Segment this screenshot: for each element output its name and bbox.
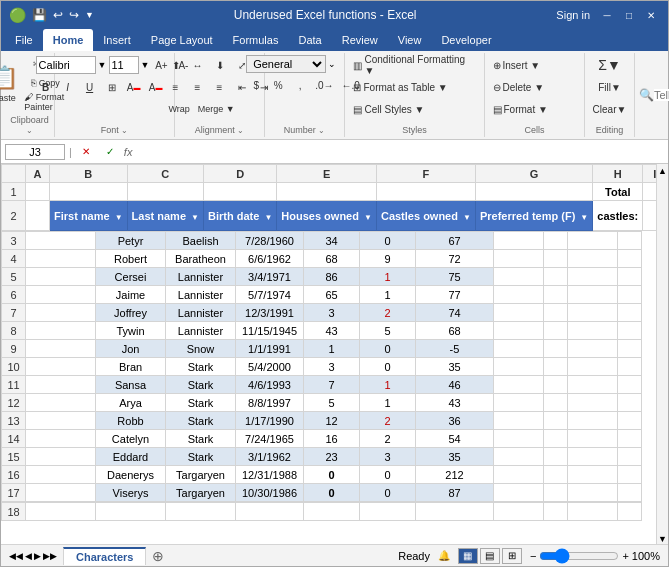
cell-birth-date-15[interactable]: 3/1/1962 (236, 448, 304, 466)
cell-last-name-12[interactable]: Stark (166, 394, 236, 412)
cell-a13[interactable] (26, 412, 96, 430)
cell-j14[interactable] (568, 430, 618, 448)
paste-button[interactable]: 📋 Paste (0, 55, 19, 113)
scroll-right-button[interactable]: ▶ (34, 551, 41, 561)
cell-j17[interactable] (568, 484, 618, 502)
cell-k18[interactable] (618, 503, 642, 521)
cell-temp-13[interactable]: 36 (416, 412, 494, 430)
autosum-button[interactable]: Σ▼ (595, 55, 624, 75)
cell-k11[interactable] (618, 376, 642, 394)
cell-b1[interactable] (50, 183, 128, 201)
cell-k14[interactable] (618, 430, 642, 448)
cell-temp-3[interactable]: 67 (416, 232, 494, 250)
cell-houses-11[interactable]: 7 (304, 376, 360, 394)
cell-birth-date-9[interactable]: 1/1/1991 (236, 340, 304, 358)
cell-i6[interactable] (544, 286, 568, 304)
cell-first-name-10[interactable]: Bran (96, 358, 166, 376)
col-header-g[interactable]: G (475, 165, 592, 183)
insert-cells-button[interactable]: ⊕Insert ▼ (490, 55, 580, 75)
cell-last-name-8[interactable]: Lannister (166, 322, 236, 340)
cell-i10[interactable] (544, 358, 568, 376)
cell-castles-13[interactable]: 2 (360, 412, 416, 430)
cell-e1[interactable] (277, 183, 377, 201)
cell-last-name-7[interactable]: Lannister (166, 304, 236, 322)
cell-castles-14[interactable]: 2 (360, 430, 416, 448)
minimize-button[interactable]: ─ (598, 6, 616, 24)
cell-a18[interactable] (26, 503, 96, 521)
cell-j6[interactable] (568, 286, 618, 304)
cell-last-name-9[interactable]: Snow (166, 340, 236, 358)
cell-a16[interactable] (26, 466, 96, 484)
page-layout-view-button[interactable]: ▤ (480, 548, 500, 564)
tab-file[interactable]: File (5, 29, 43, 51)
cell-houses-3[interactable]: 34 (304, 232, 360, 250)
cell-first-name-11[interactable]: Sansa (96, 376, 166, 394)
cell-b18[interactable] (96, 503, 166, 521)
cell-first-name-17[interactable]: Viserys (96, 484, 166, 502)
col-header-f[interactable]: F (376, 165, 475, 183)
cell-j11[interactable] (568, 376, 618, 394)
header-last-name[interactable]: Last name ▼ (127, 201, 203, 231)
align-right-button[interactable]: ≡ (210, 77, 230, 97)
cell-birth-date-12[interactable]: 8/8/1997 (236, 394, 304, 412)
cell-e18[interactable] (304, 503, 360, 521)
cell-temp-11[interactable]: 46 (416, 376, 494, 394)
cell-j8[interactable] (568, 322, 618, 340)
cell-f1[interactable] (376, 183, 475, 201)
col-header-h[interactable]: H (593, 165, 643, 183)
tab-home[interactable]: Home (43, 29, 94, 51)
conditional-formatting-button[interactable]: ▥ Conditional Formatting ▼ (350, 55, 480, 75)
cell-temp-12[interactable]: 43 (416, 394, 494, 412)
cell-birth-date-14[interactable]: 7/24/1965 (236, 430, 304, 448)
col-header-c[interactable]: C (127, 165, 203, 183)
sheet-scroll-area[interactable]: A B C D E F G H I J K (1, 164, 656, 544)
scroll-right-sheet-button[interactable]: ▶▶ (43, 551, 57, 561)
cell-i4[interactable] (544, 250, 568, 268)
cell-birth-date-13[interactable]: 1/17/1990 (236, 412, 304, 430)
cell-temp-15[interactable]: 35 (416, 448, 494, 466)
cell-k5[interactable] (618, 268, 642, 286)
cell-j16[interactable] (568, 466, 618, 484)
col-header-d[interactable]: D (204, 165, 277, 183)
cell-castles-7[interactable]: 2 (360, 304, 416, 322)
cell-a10[interactable] (26, 358, 96, 376)
cell-k15[interactable] (618, 448, 642, 466)
cell-temp-16[interactable]: 212 (416, 466, 494, 484)
cell-first-name-3[interactable]: Petyr (96, 232, 166, 250)
cell-houses-5[interactable]: 86 (304, 268, 360, 286)
cell-castles-8[interactable]: 5 (360, 322, 416, 340)
cell-k16[interactable] (618, 466, 642, 484)
cell-h2[interactable]: castles: (593, 201, 643, 231)
page-break-view-button[interactable]: ⊞ (502, 548, 522, 564)
cell-i9[interactable] (544, 340, 568, 358)
cell-houses-6[interactable]: 65 (304, 286, 360, 304)
cell-last-name-11[interactable]: Stark (166, 376, 236, 394)
cell-castles-4[interactable]: 9 (360, 250, 416, 268)
cell-j13[interactable] (568, 412, 618, 430)
cell-k12[interactable] (618, 394, 642, 412)
cell-a7[interactable] (26, 304, 96, 322)
clear-button[interactable]: Clear▼ (590, 99, 630, 119)
cell-k4[interactable] (618, 250, 642, 268)
col-header-a[interactable]: A (26, 165, 50, 183)
cell-g18[interactable] (416, 503, 494, 521)
cell-g1[interactable] (475, 183, 592, 201)
cell-houses-8[interactable]: 43 (304, 322, 360, 340)
cell-birth-date-5[interactable]: 3/4/1971 (236, 268, 304, 286)
cell-first-name-13[interactable]: Robb (96, 412, 166, 430)
cell-first-name-12[interactable]: Arya (96, 394, 166, 412)
cell-a9[interactable] (26, 340, 96, 358)
cell-castles-15[interactable]: 3 (360, 448, 416, 466)
cell-houses-15[interactable]: 23 (304, 448, 360, 466)
cell-k8[interactable] (618, 322, 642, 340)
cell-j5[interactable] (568, 268, 618, 286)
cell-h5[interactable] (494, 268, 544, 286)
cell-k7[interactable] (618, 304, 642, 322)
cell-j12[interactable] (568, 394, 618, 412)
vertical-scrollbar[interactable]: ▲ ▼ (656, 164, 668, 544)
cell-k17[interactable] (618, 484, 642, 502)
cell-h11[interactable] (494, 376, 544, 394)
cell-last-name-3[interactable]: Baelish (166, 232, 236, 250)
redo-button[interactable]: ↪ (69, 8, 79, 22)
cell-castles-9[interactable]: 0 (360, 340, 416, 358)
